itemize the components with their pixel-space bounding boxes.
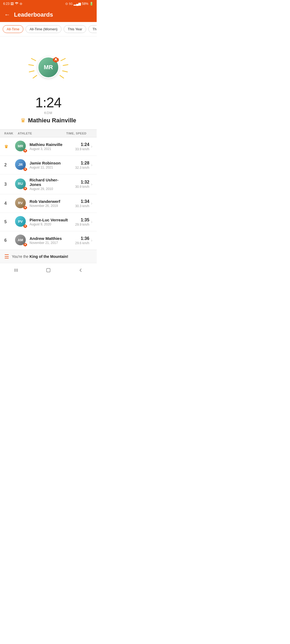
tab-all-time[interactable]: All-Time (3, 25, 23, 33)
page-title: Leaderboards (14, 11, 53, 18)
back-button[interactable]: ← (4, 11, 10, 18)
svg-line-1 (29, 65, 34, 65)
table-row[interactable]: 3 RU Richard Usher-Jones August 29, 2010… (0, 174, 97, 194)
athlete-1-info: Mathieu Rainville August 3, 2021 (30, 142, 68, 151)
svg-line-3 (33, 75, 37, 78)
kom-time: 1:24 (35, 94, 61, 111)
minus-circle-icon: ⊖ (20, 2, 22, 6)
athlete-2-speed: 32.3 km/h (68, 166, 89, 170)
menu-icon: ☰ (4, 253, 9, 260)
kom-hero: MR 1:24 KOM ♛ Mathieu Rainville (0, 36, 97, 129)
athlete-2-info: Jamie Robinson August 11, 2021 (30, 161, 68, 169)
kom-avatar: MR (38, 57, 59, 78)
table-row[interactable]: 5 PV Pierre-Luc Verreault August 9, 2020… (0, 213, 97, 231)
athlete-1-avatar: MR (15, 141, 26, 151)
tab-this-year-women[interactable]: This Year (Women) (88, 25, 97, 33)
athlete-2-avatar-wrap: JR (15, 159, 27, 171)
nav-home-button[interactable] (40, 266, 56, 275)
chevron-right-icon-6: › (91, 238, 92, 243)
athlete-6-info: Andrew Matthies November 21, 2017 (30, 236, 68, 245)
athlete-1-avatar-wrap: MR (15, 141, 27, 152)
rank-1: ♛ (4, 144, 15, 149)
tab-all-time-women[interactable]: All-Time (Women) (26, 25, 61, 33)
status-right: ⊙ 5G ▂▄▆ 58% 🔋 (65, 2, 93, 6)
table-row[interactable]: 4 RV Rob Vanderwerf November 26, 2019 1:… (0, 194, 97, 213)
athlete-2-name: Jamie Robinson (30, 161, 68, 165)
cast-icon: ⊙ (65, 2, 68, 6)
athlete-5-avatar-wrap: PV (15, 216, 27, 228)
athlete-2-time-col: 1:28 32.3 km/h (68, 161, 89, 170)
kom-crown-icon: ♛ (20, 117, 26, 124)
strava-badge-1 (23, 149, 27, 153)
athlete-6-time-col: 1:36 29.6 km/h (68, 236, 89, 245)
crown-small-icon: ♛ (4, 144, 8, 149)
athlete-6-time: 1:36 (68, 236, 89, 241)
battery-icon: 🔋 (89, 2, 93, 6)
athlete-5-time-col: 1:35 29.9 km/h (68, 218, 89, 226)
athlete-5-speed: 29.9 km/h (68, 223, 89, 226)
status-left: 6:23 🖼 ⊖ (3, 2, 22, 6)
bottom-nav (0, 263, 97, 277)
svg-line-0 (31, 58, 36, 61)
athlete-3-name: Richard Usher-Jones (30, 178, 68, 187)
svg-rect-25 (46, 268, 50, 272)
kom-name-row: ♛ Mathieu Rainville (20, 117, 76, 124)
svg-line-7 (60, 75, 64, 78)
athlete-4-info: Rob Vanderwerf November 26, 2019 (30, 199, 68, 208)
strava-badge-4 (23, 206, 27, 210)
rank-2: 2 (4, 163, 15, 167)
athlete-2-time: 1:28 (68, 161, 89, 166)
svg-line-5 (63, 65, 68, 65)
battery-text: 58% (82, 2, 88, 6)
athlete-4-speed: 30.3 km/h (68, 204, 89, 208)
athlete-4-name: Rob Vanderwerf (30, 199, 68, 204)
athlete-2-date: August 11, 2021 (30, 166, 68, 169)
bottom-notification: ☰ You're the King of the Mountain! (0, 250, 97, 263)
table-header: RANK ATHLETE TIME, SPEED (0, 129, 97, 137)
table-row[interactable]: 6 AM Andrew Matthies November 21, 2017 1… (0, 231, 97, 250)
athlete-4-time-col: 1:34 30.3 km/h (68, 199, 89, 208)
athlete-3-avatar: RU (15, 178, 26, 189)
athlete-6-avatar-wrap: AM (15, 235, 27, 246)
nav-recents-button[interactable] (8, 266, 24, 275)
athlete-5-date: August 9, 2020 (30, 222, 68, 226)
rank-3: 3 (4, 182, 15, 187)
svg-line-2 (29, 71, 34, 72)
chevron-right-icon-1: › (91, 144, 92, 149)
gallery-icon: 🖼 (10, 2, 14, 6)
strava-badge-hero (52, 56, 59, 63)
notification-bold: King of the Mountain! (30, 254, 68, 259)
athlete-3-info: Richard Usher-Jones August 29, 2010 (30, 178, 68, 191)
athlete-4-avatar-wrap: RV (15, 197, 27, 209)
rank-6: 6 (4, 238, 15, 243)
athlete-1-name: Mathieu Rainville (30, 142, 68, 147)
athlete-2-avatar: JR (15, 159, 26, 170)
strava-badge-6 (23, 243, 27, 247)
athlete-3-date: August 29, 2010 (30, 187, 68, 191)
athlete-6-date: November 21, 2017 (30, 241, 68, 245)
athlete-4-avatar: RV (15, 197, 26, 208)
athlete-1-date: August 3, 2021 (30, 147, 68, 151)
athlete-6-name: Andrew Matthies (30, 236, 68, 241)
athlete-6-avatar: AM (15, 235, 26, 245)
svg-line-6 (63, 71, 67, 72)
strava-badge-2 (23, 167, 27, 171)
notification-text: You're the King of the Mountain! (12, 254, 68, 259)
nav-back-button[interactable] (73, 266, 89, 275)
table-row[interactable]: 2 JR Jamie Robinson August 11, 2021 1:28… (0, 156, 97, 174)
table-row[interactable]: ♛ MR Mathieu Rainville August 3, 2021 1:… (0, 137, 97, 156)
athlete-5-time: 1:35 (68, 218, 89, 222)
tabs-container: All-Time All-Time (Women) This Year This… (0, 22, 97, 36)
athlete-5-avatar: PV (15, 216, 26, 227)
network-icon: 5G (69, 2, 73, 5)
chevron-right-icon-5: › (91, 219, 92, 224)
kom-name: Mathieu Rainville (28, 117, 76, 124)
athlete-1-time-col: 1:24 33.9 km/h (68, 142, 89, 151)
athlete-3-avatar-wrap: RU (15, 178, 27, 190)
chevron-right-icon-2: › (91, 163, 92, 167)
athlete-5-name: Pierre-Luc Verreault (30, 218, 68, 222)
tab-this-year[interactable]: This Year (64, 25, 86, 33)
athlete-3-speed: 30.9 km/h (68, 185, 89, 189)
athlete-5-info: Pierre-Luc Verreault August 9, 2020 (30, 218, 68, 226)
svg-line-4 (61, 58, 65, 61)
